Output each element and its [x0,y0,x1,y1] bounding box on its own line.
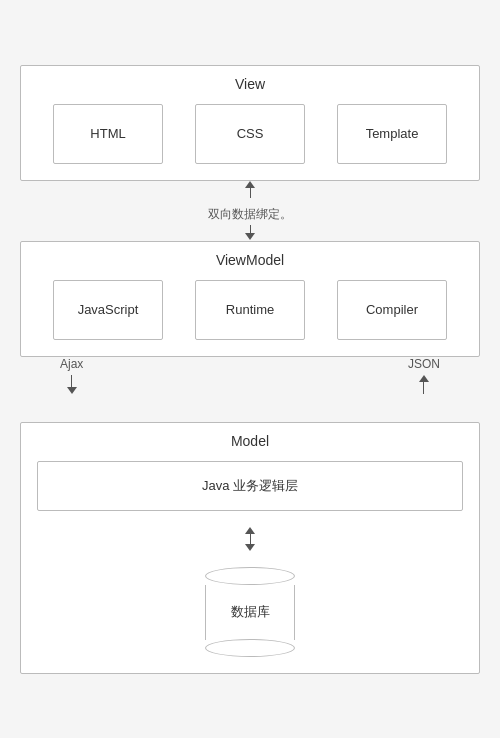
java-layer-box: Java 业务逻辑层 [37,461,463,511]
diagram: View HTML CSS Template 双向数据绑定。 ViewModel… [20,45,480,694]
database-cylinder: 数据库 [205,567,295,657]
css-box: CSS [195,104,305,164]
model-title: Model [37,433,463,449]
cyl-bottom [205,639,295,657]
viewmodel-title: ViewModel [37,252,463,268]
cyl-top [205,567,295,585]
json-connector: JSON [408,357,440,394]
cyl-body: 数据库 [205,585,295,640]
json-arrowhead-up [419,375,429,382]
json-label: JSON [408,357,440,371]
compiler-box: Compiler [337,280,447,340]
middle-arrow-down [245,225,255,240]
javascript-box: JavaScript [53,280,163,340]
json-arrow [419,375,429,394]
bottom-connector: Ajax JSON [20,357,480,422]
db-label: 数据库 [231,603,270,621]
middle-connector-label: 双向数据绑定。 [208,206,292,223]
view-layer: View HTML CSS Template [20,65,480,181]
arrow-down-head [245,233,255,240]
runtime-box: Runtime [195,280,305,340]
view-boxes: HTML CSS Template [37,104,463,164]
ajax-arrow [67,375,77,394]
json-line [423,382,424,394]
model-layer: Model Java 业务逻辑层 数据库 [20,422,480,674]
view-title: View [37,76,463,92]
arrow-up-head [245,181,255,188]
middle-arrow [245,181,255,198]
db-arrow-up [245,527,255,534]
viewmodel-boxes: JavaScript Runtime Compiler [37,280,463,340]
ajax-connector: Ajax [60,357,83,394]
arrow-line-top [250,188,251,198]
db-arrow-down [245,544,255,551]
arrow-line-bottom [250,225,251,233]
ajax-label: Ajax [60,357,83,371]
db-arrow-line [250,534,251,544]
ajax-line [71,375,72,387]
ajax-arrowhead [67,387,77,394]
middle-connector: 双向数据绑定。 [20,181,480,241]
viewmodel-layer: ViewModel JavaScript Runtime Compiler [20,241,480,357]
template-box: Template [337,104,447,164]
html-box: HTML [53,104,163,164]
db-arrow [245,527,255,551]
model-inner: Java 业务逻辑层 数据库 [37,461,463,657]
